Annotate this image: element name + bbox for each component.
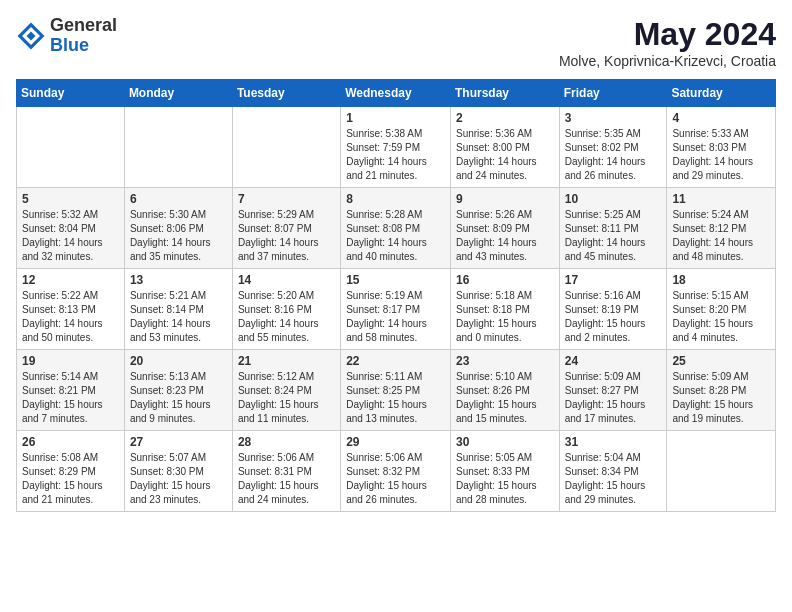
calendar-cell: 6Sunrise: 5:30 AM Sunset: 8:06 PM Daylig… xyxy=(124,188,232,269)
calendar-cell: 12Sunrise: 5:22 AM Sunset: 8:13 PM Dayli… xyxy=(17,269,125,350)
logo-text: General Blue xyxy=(50,16,117,56)
day-info: Sunrise: 5:14 AM Sunset: 8:21 PM Dayligh… xyxy=(22,370,119,426)
day-info: Sunrise: 5:21 AM Sunset: 8:14 PM Dayligh… xyxy=(130,289,227,345)
day-info: Sunrise: 5:20 AM Sunset: 8:16 PM Dayligh… xyxy=(238,289,335,345)
day-info: Sunrise: 5:26 AM Sunset: 8:09 PM Dayligh… xyxy=(456,208,554,264)
calendar-week-3: 12Sunrise: 5:22 AM Sunset: 8:13 PM Dayli… xyxy=(17,269,776,350)
day-info: Sunrise: 5:04 AM Sunset: 8:34 PM Dayligh… xyxy=(565,451,662,507)
location: Molve, Koprivnica-Krizevci, Croatia xyxy=(559,53,776,69)
calendar-cell: 24Sunrise: 5:09 AM Sunset: 8:27 PM Dayli… xyxy=(559,350,667,431)
day-info: Sunrise: 5:36 AM Sunset: 8:00 PM Dayligh… xyxy=(456,127,554,183)
day-number: 31 xyxy=(565,435,662,449)
day-info: Sunrise: 5:22 AM Sunset: 8:13 PM Dayligh… xyxy=(22,289,119,345)
day-number: 16 xyxy=(456,273,554,287)
day-number: 12 xyxy=(22,273,119,287)
header-cell-sunday: Sunday xyxy=(17,80,125,107)
calendar-cell: 10Sunrise: 5:25 AM Sunset: 8:11 PM Dayli… xyxy=(559,188,667,269)
calendar-cell: 5Sunrise: 5:32 AM Sunset: 8:04 PM Daylig… xyxy=(17,188,125,269)
day-number: 30 xyxy=(456,435,554,449)
day-number: 18 xyxy=(672,273,770,287)
day-number: 21 xyxy=(238,354,335,368)
day-number: 19 xyxy=(22,354,119,368)
calendar-cell xyxy=(17,107,125,188)
header-row: SundayMondayTuesdayWednesdayThursdayFrid… xyxy=(17,80,776,107)
calendar-cell xyxy=(124,107,232,188)
day-number: 29 xyxy=(346,435,445,449)
calendar-cell: 11Sunrise: 5:24 AM Sunset: 8:12 PM Dayli… xyxy=(667,188,776,269)
day-info: Sunrise: 5:33 AM Sunset: 8:03 PM Dayligh… xyxy=(672,127,770,183)
calendar-week-2: 5Sunrise: 5:32 AM Sunset: 8:04 PM Daylig… xyxy=(17,188,776,269)
calendar-cell: 1Sunrise: 5:38 AM Sunset: 7:59 PM Daylig… xyxy=(341,107,451,188)
day-info: Sunrise: 5:12 AM Sunset: 8:24 PM Dayligh… xyxy=(238,370,335,426)
day-number: 17 xyxy=(565,273,662,287)
day-number: 1 xyxy=(346,111,445,125)
day-info: Sunrise: 5:16 AM Sunset: 8:19 PM Dayligh… xyxy=(565,289,662,345)
day-info: Sunrise: 5:09 AM Sunset: 8:27 PM Dayligh… xyxy=(565,370,662,426)
calendar-header: SundayMondayTuesdayWednesdayThursdayFrid… xyxy=(17,80,776,107)
day-number: 24 xyxy=(565,354,662,368)
calendar-cell: 8Sunrise: 5:28 AM Sunset: 8:08 PM Daylig… xyxy=(341,188,451,269)
calendar-week-5: 26Sunrise: 5:08 AM Sunset: 8:29 PM Dayli… xyxy=(17,431,776,512)
calendar-cell: 13Sunrise: 5:21 AM Sunset: 8:14 PM Dayli… xyxy=(124,269,232,350)
day-number: 23 xyxy=(456,354,554,368)
header-cell-friday: Friday xyxy=(559,80,667,107)
day-number: 5 xyxy=(22,192,119,206)
title-block: May 2024 Molve, Koprivnica-Krizevci, Cro… xyxy=(559,16,776,69)
day-info: Sunrise: 5:09 AM Sunset: 8:28 PM Dayligh… xyxy=(672,370,770,426)
calendar-body: 1Sunrise: 5:38 AM Sunset: 7:59 PM Daylig… xyxy=(17,107,776,512)
day-info: Sunrise: 5:13 AM Sunset: 8:23 PM Dayligh… xyxy=(130,370,227,426)
calendar-cell xyxy=(667,431,776,512)
day-info: Sunrise: 5:06 AM Sunset: 8:31 PM Dayligh… xyxy=(238,451,335,507)
calendar-cell: 7Sunrise: 5:29 AM Sunset: 8:07 PM Daylig… xyxy=(232,188,340,269)
calendar-cell: 31Sunrise: 5:04 AM Sunset: 8:34 PM Dayli… xyxy=(559,431,667,512)
day-number: 11 xyxy=(672,192,770,206)
calendar-cell: 26Sunrise: 5:08 AM Sunset: 8:29 PM Dayli… xyxy=(17,431,125,512)
header-cell-monday: Monday xyxy=(124,80,232,107)
day-info: Sunrise: 5:25 AM Sunset: 8:11 PM Dayligh… xyxy=(565,208,662,264)
calendar-cell: 16Sunrise: 5:18 AM Sunset: 8:18 PM Dayli… xyxy=(450,269,559,350)
day-info: Sunrise: 5:08 AM Sunset: 8:29 PM Dayligh… xyxy=(22,451,119,507)
day-info: Sunrise: 5:05 AM Sunset: 8:33 PM Dayligh… xyxy=(456,451,554,507)
day-info: Sunrise: 5:07 AM Sunset: 8:30 PM Dayligh… xyxy=(130,451,227,507)
calendar-table: SundayMondayTuesdayWednesdayThursdayFrid… xyxy=(16,79,776,512)
day-number: 7 xyxy=(238,192,335,206)
page-header: General Blue May 2024 Molve, Koprivnica-… xyxy=(16,16,776,69)
day-number: 13 xyxy=(130,273,227,287)
calendar-cell: 17Sunrise: 5:16 AM Sunset: 8:19 PM Dayli… xyxy=(559,269,667,350)
header-cell-thursday: Thursday xyxy=(450,80,559,107)
day-number: 27 xyxy=(130,435,227,449)
day-info: Sunrise: 5:29 AM Sunset: 8:07 PM Dayligh… xyxy=(238,208,335,264)
day-number: 2 xyxy=(456,111,554,125)
day-info: Sunrise: 5:28 AM Sunset: 8:08 PM Dayligh… xyxy=(346,208,445,264)
logo-blue-text: Blue xyxy=(50,36,117,56)
day-number: 3 xyxy=(565,111,662,125)
logo-icon xyxy=(16,21,46,51)
day-number: 28 xyxy=(238,435,335,449)
day-info: Sunrise: 5:30 AM Sunset: 8:06 PM Dayligh… xyxy=(130,208,227,264)
day-info: Sunrise: 5:24 AM Sunset: 8:12 PM Dayligh… xyxy=(672,208,770,264)
day-info: Sunrise: 5:19 AM Sunset: 8:17 PM Dayligh… xyxy=(346,289,445,345)
day-info: Sunrise: 5:15 AM Sunset: 8:20 PM Dayligh… xyxy=(672,289,770,345)
calendar-cell: 22Sunrise: 5:11 AM Sunset: 8:25 PM Dayli… xyxy=(341,350,451,431)
day-number: 15 xyxy=(346,273,445,287)
calendar-cell: 21Sunrise: 5:12 AM Sunset: 8:24 PM Dayli… xyxy=(232,350,340,431)
calendar-cell: 25Sunrise: 5:09 AM Sunset: 8:28 PM Dayli… xyxy=(667,350,776,431)
calendar-cell: 23Sunrise: 5:10 AM Sunset: 8:26 PM Dayli… xyxy=(450,350,559,431)
calendar-cell: 27Sunrise: 5:07 AM Sunset: 8:30 PM Dayli… xyxy=(124,431,232,512)
calendar-cell xyxy=(232,107,340,188)
day-info: Sunrise: 5:35 AM Sunset: 8:02 PM Dayligh… xyxy=(565,127,662,183)
calendar-cell: 4Sunrise: 5:33 AM Sunset: 8:03 PM Daylig… xyxy=(667,107,776,188)
calendar-cell: 9Sunrise: 5:26 AM Sunset: 8:09 PM Daylig… xyxy=(450,188,559,269)
day-number: 6 xyxy=(130,192,227,206)
calendar-cell: 28Sunrise: 5:06 AM Sunset: 8:31 PM Dayli… xyxy=(232,431,340,512)
calendar-cell: 15Sunrise: 5:19 AM Sunset: 8:17 PM Dayli… xyxy=(341,269,451,350)
logo-general-text: General xyxy=(50,16,117,36)
day-info: Sunrise: 5:38 AM Sunset: 7:59 PM Dayligh… xyxy=(346,127,445,183)
logo: General Blue xyxy=(16,16,117,56)
day-number: 20 xyxy=(130,354,227,368)
day-number: 25 xyxy=(672,354,770,368)
day-number: 9 xyxy=(456,192,554,206)
day-info: Sunrise: 5:11 AM Sunset: 8:25 PM Dayligh… xyxy=(346,370,445,426)
header-cell-tuesday: Tuesday xyxy=(232,80,340,107)
day-number: 22 xyxy=(346,354,445,368)
